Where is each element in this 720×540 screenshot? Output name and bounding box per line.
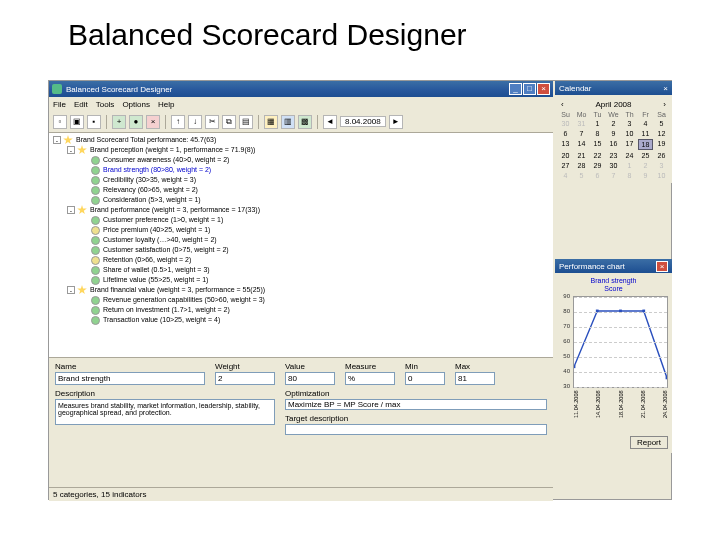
toolbar-report-icon[interactable]: ▥ [281,115,295,129]
menu-tools[interactable]: Tools [96,100,115,109]
measure-field[interactable] [345,372,395,385]
calendar-day[interactable]: 1 [590,119,605,128]
calendar-day[interactable]: 18 [638,139,653,150]
tree-row[interactable]: -Brand Scorecard Total performance: 45.7… [53,135,549,145]
calendar-day[interactable]: 11 [638,129,653,138]
calendar-day[interactable]: 23 [606,151,621,160]
calendar-day[interactable]: 4 [558,171,573,180]
calendar-titlebar[interactable]: Calendar × [555,81,672,95]
weight-field[interactable] [215,372,275,385]
calendar-day[interactable]: 13 [558,139,573,150]
toolbar-delete-icon[interactable]: × [146,115,160,129]
target-description-field[interactable] [285,424,547,435]
maximize-button[interactable]: □ [523,83,536,95]
calendar-next-icon[interactable]: › [660,100,669,109]
calendar-day[interactable]: 14 [574,139,589,150]
tree-row[interactable]: Relevancy (60>65, weight = 2) [53,185,549,195]
calendar-day[interactable]: 5 [654,119,669,128]
calendar-day[interactable]: 16 [606,139,621,150]
tree-row[interactable]: Transaction value (10>25, weight = 4) [53,315,549,325]
calendar-day[interactable]: 12 [654,129,669,138]
calendar-close-icon[interactable]: × [663,84,668,93]
calendar-day[interactable]: 4 [638,119,653,128]
calendar-day[interactable]: 30 [558,119,573,128]
calendar-day[interactable]: 27 [558,161,573,170]
toolbar-date[interactable]: 8.04.2008 [340,116,386,127]
calendar-day[interactable]: 8 [590,129,605,138]
chart-titlebar[interactable]: Performance chart × [555,259,672,273]
calendar-day[interactable]: 26 [654,151,669,160]
calendar-day[interactable]: 22 [590,151,605,160]
scorecard-tree[interactable]: -Brand Scorecard Total performance: 45.7… [49,133,553,357]
expander-icon[interactable]: - [53,136,61,144]
toolbar-new-icon[interactable]: ▫ [53,115,67,129]
calendar-day[interactable]: 9 [606,129,621,138]
name-field[interactable] [55,372,205,385]
optimization-field[interactable] [285,399,547,410]
tree-row[interactable]: Consumer awareness (40>0, weight = 2) [53,155,549,165]
calendar-day[interactable]: 28 [574,161,589,170]
menu-options[interactable]: Options [122,100,150,109]
calendar-day[interactable]: 24 [622,151,637,160]
toolbar-save-icon[interactable]: ▪ [87,115,101,129]
tree-row[interactable]: Lifetime value (55>25, weight = 1) [53,275,549,285]
tree-row[interactable]: -Brand performance (weight = 3, performa… [53,205,549,215]
description-field[interactable]: Measures brand stability, market informa… [55,399,275,425]
toolbar-prev-date-icon[interactable]: ◄ [323,115,337,129]
tree-row[interactable]: Return on investment (1.7>1, weight = 2) [53,305,549,315]
toolbar-copy-icon[interactable]: ⧉ [222,115,236,129]
toolbar-chart-icon[interactable]: ▦ [264,115,278,129]
calendar-day[interactable]: 3 [622,119,637,128]
toolbar-excel-icon[interactable]: ▩ [298,115,312,129]
expander-icon[interactable]: - [67,206,75,214]
calendar-day[interactable]: 30 [606,161,621,170]
toolbar-next-date-icon[interactable]: ► [389,115,403,129]
calendar-day[interactable]: 2 [606,119,621,128]
calendar-day[interactable]: 5 [574,171,589,180]
menu-help[interactable]: Help [158,100,174,109]
report-button[interactable]: Report [630,436,668,449]
tree-row[interactable]: -Brand financial value (weight = 3, perf… [53,285,549,295]
toolbar-up-icon[interactable]: ↑ [171,115,185,129]
calendar-day[interactable]: 3 [654,161,669,170]
calendar-day[interactable]: 6 [590,171,605,180]
tree-row[interactable]: Consideration (5>3, weight = 1) [53,195,549,205]
menu-edit[interactable]: Edit [74,100,88,109]
calendar-day[interactable]: 19 [654,139,669,150]
calendar-day[interactable]: 15 [590,139,605,150]
tree-row[interactable]: Brand strength (80>80, weight = 2) [53,165,549,175]
chart-close-icon[interactable]: × [656,261,668,272]
min-field[interactable] [405,372,445,385]
expander-icon[interactable]: - [67,286,75,294]
toolbar-open-icon[interactable]: ▣ [70,115,84,129]
max-field[interactable] [455,372,495,385]
close-button[interactable]: × [537,83,550,95]
expander-icon[interactable]: - [67,146,75,154]
tree-row[interactable]: -Brand perception (weight = 1, performan… [53,145,549,155]
tree-row[interactable]: Revenue generation capabilities (50>60, … [53,295,549,305]
toolbar-cut-icon[interactable]: ✂ [205,115,219,129]
calendar-day[interactable]: 7 [606,171,621,180]
app-titlebar[interactable]: Balanced Scorecard Designer _ □ × [49,81,553,97]
calendar-day[interactable]: 21 [574,151,589,160]
tree-row[interactable]: Retention (0>66, weight = 2) [53,255,549,265]
tree-row[interactable]: Share of wallet (0.5>1, weight = 3) [53,265,549,275]
menu-file[interactable]: File [53,100,66,109]
tree-row[interactable]: Credibility (30>35, weight = 3) [53,175,549,185]
calendar-day[interactable]: 20 [558,151,573,160]
calendar-day[interactable]: 2 [638,161,653,170]
toolbar-down-icon[interactable]: ↓ [188,115,202,129]
calendar-day[interactable]: 9 [638,171,653,180]
toolbar-paste-icon[interactable]: ▤ [239,115,253,129]
toolbar-add-indicator-icon[interactable]: ● [129,115,143,129]
calendar-prev-icon[interactable]: ‹ [558,100,567,109]
toolbar-add-category-icon[interactable]: + [112,115,126,129]
calendar-day[interactable]: 6 [558,129,573,138]
calendar-day[interactable]: 17 [622,139,637,150]
calendar-day[interactable]: 1 [622,161,637,170]
calendar-day[interactable]: 29 [590,161,605,170]
calendar-day[interactable]: 7 [574,129,589,138]
value-field[interactable] [285,372,335,385]
tree-row[interactable]: Price premium (40>25, weight = 1) [53,225,549,235]
calendar-day[interactable]: 31 [574,119,589,128]
